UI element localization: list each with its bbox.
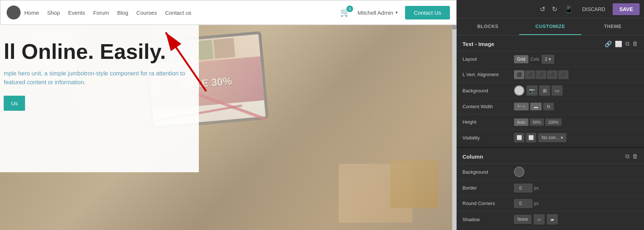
duplicate-icon[interactable]: ⧉ [625, 40, 629, 47]
nav-admin[interactable]: Mitchell Admin ▾ [358, 10, 398, 16]
height-50-btn[interactable]: 50% [530, 118, 544, 126]
nav-events[interactable]: Events [68, 10, 85, 16]
round-corners-row: Round Corners px [457, 196, 644, 211]
shadow-label: Shadow [462, 217, 514, 222]
vis-buttons: ⬜ ⬜ [514, 133, 536, 142]
text-image-section-header: Text - Image 🔗 ⬜ ⧉ 🗑 [457, 35, 644, 52]
cart-badge: 0 [346, 6, 353, 12]
chevron-down-icon: ▾ [549, 57, 551, 62]
column-title: Column [462, 153, 483, 160]
tab-theme[interactable]: THEME [581, 18, 644, 35]
background-label: Background [462, 88, 514, 93]
width-expand-btn[interactable]: ⊢⊣ [514, 103, 529, 110]
main-scrollbar[interactable] [452, 0, 457, 230]
width-boxed-btn[interactable]: ▬ [530, 103, 542, 110]
col-background-color-toggle[interactable] [514, 167, 524, 177]
link-icon[interactable]: 🔗 [605, 40, 612, 47]
col-background-row: Background [457, 164, 644, 180]
discard-button[interactable]: DISCARD [578, 4, 609, 14]
nav-blog[interactable]: Blog [117, 10, 128, 16]
shadow-controls: None ▱ ▰ [514, 214, 638, 224]
round-corners-unit: px [534, 201, 539, 206]
shadow-option-1[interactable]: ▱ [534, 214, 545, 224]
cols-value: 2 [545, 57, 548, 62]
layout-row: Layout Grid Cols 2 ▾ [457, 52, 644, 67]
contact-us-button[interactable]: Contact Us [405, 6, 450, 20]
layout-grid-btn[interactable]: Grid [514, 55, 528, 63]
hero-card: ll Online. Easily. mple hero unit, a sim… [0, 25, 199, 172]
border-input-group: px [514, 184, 539, 192]
align-middle-btn[interactable]: ⬛ [525, 70, 535, 79]
width-full-btn[interactable]: ⊟ [543, 103, 554, 110]
background-row: Background 📷 ⊞ ▭ [457, 82, 644, 99]
nav-contact[interactable]: Contact us [165, 10, 191, 16]
visibility-controls: ⬜ ⬜ No con... ▾ [514, 133, 638, 142]
no-con-label: No con... [542, 135, 559, 140]
background-color-toggle[interactable] [514, 85, 524, 96]
background-icon-btns: 📷 ⊞ ▭ [527, 85, 563, 96]
tab-customize[interactable]: CUSTOMIZE [519, 18, 582, 35]
bg-image-btn[interactable]: 📷 [527, 85, 538, 96]
shadow-row: Shadow None ▱ ▰ [457, 211, 644, 228]
shadow-none-label: None [514, 215, 531, 224]
main-preview: Home Shop Events Forum Blog Courses Cont… [0, 0, 457, 230]
panel-content: Text - Image 🔗 ⬜ ⧉ 🗑 Layout Grid Cols 2 … [457, 35, 644, 230]
border-unit: px [534, 185, 539, 191]
height-auto-btn[interactable]: Auto [514, 118, 528, 126]
align-stretch-btn[interactable]: ⬛ [547, 70, 557, 79]
nav-courses[interactable]: Courses [136, 10, 157, 16]
nav-shop[interactable]: Shop [47, 10, 60, 16]
copy-col-icon[interactable]: ⧉ [625, 153, 629, 160]
align-buttons: ⬛ ⬛ ⬛ ⬛ ⬛ [514, 70, 569, 79]
shadow-option-2[interactable]: ▰ [547, 214, 558, 224]
col-background-controls [514, 167, 638, 177]
delete-col-icon[interactable]: 🗑 [632, 153, 638, 160]
cols-dropdown[interactable]: 2 ▾ [542, 55, 555, 64]
bg-gradient-btn[interactable]: ⊞ [539, 85, 550, 96]
chevron-down-icon: ▾ [395, 10, 398, 15]
layout-label: Layout [462, 56, 514, 62]
nav-home[interactable]: Home [24, 10, 39, 16]
content-width-controls: ⊢⊣ ▬ ⊟ [514, 103, 638, 110]
col-background-label: Background [462, 169, 514, 175]
chevron-down-icon: ▾ [561, 135, 563, 140]
toolbar: ↺ ↻ 📱 DISCARD SAVE [457, 0, 644, 18]
hero-title: ll Online. Easily. [4, 40, 188, 63]
hero-subtitle: mple hero unit, a simple jumbotron-style… [4, 69, 188, 87]
vert-align-controls: ⬛ ⬛ ⬛ ⬛ ⬛ [514, 70, 638, 79]
align-top-btn[interactable]: ⬛ [514, 70, 524, 79]
col-visibility-row: Visibility ⬜ ⬜ [457, 228, 644, 230]
panel-tabs: BLOCKS CUSTOMIZE THEME [457, 18, 644, 35]
tab-blocks[interactable]: BLOCKS [457, 18, 519, 35]
save-button[interactable]: SAVE [613, 3, 640, 15]
vis-mobile-btn[interactable]: ⬜ [526, 133, 536, 142]
column-section-icons: ⧉ 🗑 [625, 153, 638, 160]
mobile-device-icon[interactable]: 📱 [563, 3, 575, 15]
col-border-controls: px [514, 184, 638, 192]
visibility-row: Visibility ⬜ ⬜ No con... ▾ [457, 130, 644, 146]
layout-controls: Grid Cols 2 ▾ [514, 55, 638, 64]
navbar: Home Shop Events Forum Blog Courses Cont… [0, 0, 457, 25]
nav-forum[interactable]: Forum [93, 10, 109, 16]
height-label: Height [462, 119, 514, 125]
background-controls: 📷 ⊞ ▭ [514, 85, 638, 96]
align-bottom-btn[interactable]: ⬛ [536, 70, 546, 79]
hero-cta-button[interactable]: Us [4, 96, 25, 111]
nav-cart[interactable]: 🛒 0 [340, 8, 350, 17]
undo-icon[interactable]: ↺ [538, 4, 547, 15]
content-width-row: Content Width ⊢⊣ ▬ ⊟ [457, 99, 644, 114]
height-buttons: Auto 50% 100% [514, 118, 562, 126]
bg-video-btn[interactable]: ▭ [552, 85, 563, 96]
round-corners-label: Round Corners [462, 201, 514, 206]
column-section-header: Column ⧉ 🗑 [457, 149, 644, 164]
border-value-input[interactable] [514, 184, 532, 192]
redo-icon[interactable]: ↻ [550, 4, 559, 15]
height-100-btn[interactable]: 100% [545, 118, 562, 126]
copy-icon[interactable]: ⬜ [615, 40, 622, 47]
round-corners-value-input[interactable] [514, 199, 532, 208]
align-baseline-btn[interactable]: ⬛ [558, 70, 569, 79]
delete-icon[interactable]: 🗑 [632, 40, 638, 47]
vis-desktop-btn[interactable]: ⬜ [514, 133, 524, 142]
vert-align-label: L Vert. Alignment [462, 72, 514, 77]
visibility-dropdown[interactable]: No con... ▾ [538, 133, 566, 142]
